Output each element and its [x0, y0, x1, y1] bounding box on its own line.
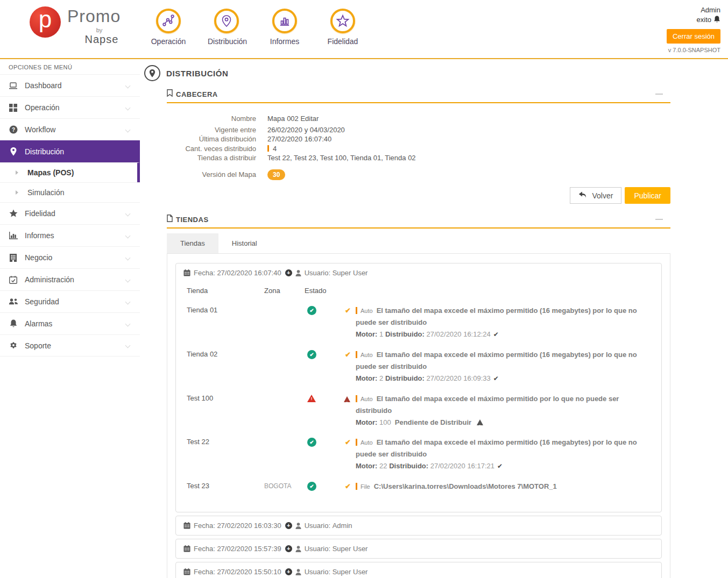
- operacion-icon: [156, 9, 181, 33]
- bar-chart-icon: [8, 232, 18, 239]
- tienda-name: Test 22: [187, 437, 264, 446]
- fecha-label: Fecha:: [194, 545, 215, 553]
- field-value: 27/02/2020 16:07:40: [267, 134, 331, 144]
- status-error-icon: [307, 395, 316, 402]
- notifications-bell-icon[interactable]: [713, 17, 720, 25]
- status-detail: AutoEl tamaño del mapa excede el máximo …: [345, 305, 651, 340]
- sidebar-item-dashboard[interactable]: Dashboard: [0, 74, 140, 96]
- collapse-icon[interactable]: [655, 94, 663, 95]
- source-tag: Auto: [361, 439, 373, 446]
- status-ok-icon: [307, 482, 316, 491]
- nav-item-distribucion[interactable]: Distribución: [208, 9, 245, 46]
- source-tag: Auto: [361, 352, 373, 358]
- column-zona: Zona: [264, 287, 305, 295]
- expand-plus-icon[interactable]: [285, 522, 292, 529]
- history-card[interactable]: Fecha: 27/02/2020 15:50:10 Usuario: Supe…: [175, 562, 662, 578]
- table-row: Test 23 BOGOTA FileC:\Users\karina.torre…: [187, 481, 651, 493]
- back-button[interactable]: Volver: [570, 187, 621, 204]
- app-window: p Promo by Napse Operación Distribución: [0, 0, 728, 578]
- nav-item-informes[interactable]: Informes: [266, 9, 303, 46]
- tiendas-title: TIENDAS: [176, 216, 209, 224]
- usuario-label: Usuario:: [305, 568, 330, 576]
- orange-bar-icon: [356, 395, 357, 402]
- distribution-card-header: Fecha: 27/02/2020 16:07:40 Usuario: Supe…: [176, 263, 661, 282]
- field-value: Test 22, Test 23, Test 100, Tienda 01, T…: [267, 153, 416, 163]
- fecha-value: 27/02/2020 16:07:40: [217, 269, 281, 277]
- fidelidad-icon: [330, 9, 355, 33]
- calendar-icon: [183, 522, 190, 529]
- tienda-name: Tienda 02: [187, 349, 264, 358]
- orange-bar-icon: [267, 145, 269, 152]
- fecha-label: Fecha:: [194, 269, 215, 277]
- expand-plus-icon[interactable]: [285, 269, 292, 276]
- sidebar-item-soporte[interactable]: Soporte: [0, 334, 140, 356]
- sidebar: OPCIONES DE MENÚ Dashboard Operación ? W…: [0, 59, 140, 356]
- motor-line: Motor: 100Pendiente de Distribuir: [356, 417, 651, 428]
- field-label: Versión del Mapa: [167, 170, 256, 180]
- expand-plus-icon[interactable]: [285, 545, 292, 552]
- field-value: 26/02/2020 y 04/03/2020: [267, 125, 345, 135]
- app-logo[interactable]: p Promo by Napse: [30, 6, 121, 46]
- tienda-zona: BOGOTA: [264, 481, 305, 490]
- logo-initial: p: [39, 6, 52, 33]
- sidebar-item-mapas-pos[interactable]: Mapas (POS): [0, 162, 140, 182]
- fecha-value: 27/02/2020 15:57:39: [217, 545, 281, 553]
- tienda-zona: [264, 349, 305, 351]
- table-row: Tienda 02 AutoEl tamaño del mapa excede …: [187, 349, 651, 384]
- source-tag: Auto: [361, 308, 373, 314]
- orange-bar-icon: [356, 351, 357, 358]
- tab-historial[interactable]: Historial: [218, 233, 271, 253]
- sidebar-item-seguridad[interactable]: Seguridad: [0, 290, 140, 312]
- status-detail: AutoEl tamaño del mapa excede el máximo …: [345, 437, 651, 472]
- promo-logo-icon: p: [30, 6, 61, 38]
- sidebar-item-alarmas[interactable]: Alarmas: [0, 312, 140, 334]
- sidebar-title: OPCIONES DE MENÚ: [0, 59, 140, 74]
- pending-status: Pendiente de Distribuir: [395, 418, 471, 426]
- history-card[interactable]: Fecha: 27/02/2020 15:57:39 Usuario: Supe…: [175, 539, 662, 559]
- sidebar-item-fidelidad[interactable]: Fidelidad: [0, 202, 140, 224]
- tiendas-panel: TIENDAS Tiendas Historial Fecha: 27/02/2…: [167, 215, 670, 578]
- fecha-label: Fecha:: [194, 568, 215, 576]
- sidebar-item-workflow[interactable]: ? Workflow: [0, 118, 140, 140]
- caret-right-icon: [16, 170, 18, 175]
- sidebar-item-operacion[interactable]: Operación: [0, 96, 140, 118]
- orange-bar-icon: [356, 483, 357, 490]
- expand-plus-icon[interactable]: [285, 568, 292, 575]
- field-value: 4: [267, 144, 277, 154]
- publish-button[interactable]: Publicar: [625, 187, 670, 204]
- status-ok-icon: [307, 438, 316, 447]
- file-icon: [167, 215, 173, 224]
- tab-tiendas[interactable]: Tiendas: [167, 233, 218, 253]
- sidebar-item-distribucion[interactable]: Distribución: [0, 140, 140, 162]
- nav-item-fidelidad[interactable]: Fidelidad: [324, 9, 362, 46]
- tienda-name: Tienda 01: [187, 305, 264, 314]
- sidebar-item-informes[interactable]: Informes: [0, 224, 140, 246]
- user-icon: [295, 569, 301, 575]
- check-orange-icon: [345, 305, 351, 316]
- nav-item-operacion[interactable]: Operación: [150, 9, 187, 46]
- users-icon: [8, 298, 18, 305]
- page-title-row: DISTRIBUCIÓN: [144, 65, 728, 82]
- brand-by: by: [96, 27, 103, 33]
- collapse-icon[interactable]: [655, 219, 663, 220]
- main-content: DISTRIBUCIÓN CABECERA NombreMapa 002 Edi…: [140, 59, 728, 578]
- user-area: Admin exito Cerrar sesión v 7.0.0-SNAPSH…: [667, 5, 720, 53]
- user-icon: [295, 270, 301, 276]
- sidebar-item-negocio[interactable]: Negocio: [0, 246, 140, 268]
- cabecera-fields: NombreMapa 002 Editar Vigente entre26/02…: [167, 114, 670, 180]
- grid-icon: [8, 104, 18, 112]
- chevron-down-icon: [125, 83, 131, 88]
- motor-line: Motor: 22 Distribuido: 27/02/2020 16:17:…: [356, 460, 651, 472]
- sidebar-item-administracion[interactable]: Administración: [0, 268, 140, 290]
- brand-company: Napse: [84, 33, 118, 46]
- sidebar-item-simulacion[interactable]: Simulación: [0, 182, 140, 202]
- tienda-name: Test 100: [187, 393, 264, 402]
- usuario-label: Usuario:: [305, 522, 330, 530]
- logout-button[interactable]: Cerrar sesión: [667, 29, 720, 44]
- app-version: v 7.0.0-SNAPSHOT: [667, 47, 720, 53]
- history-card[interactable]: Fecha: 27/02/2020 16:03:30 Usuario: Admi…: [175, 516, 662, 536]
- motor-line: Motor: 1 Distribuido: 27/02/2020 16:12:2…: [356, 329, 651, 340]
- tienda-zona: [264, 305, 305, 306]
- bookmark-icon: [167, 89, 173, 99]
- usuario-value: Super User: [333, 568, 368, 576]
